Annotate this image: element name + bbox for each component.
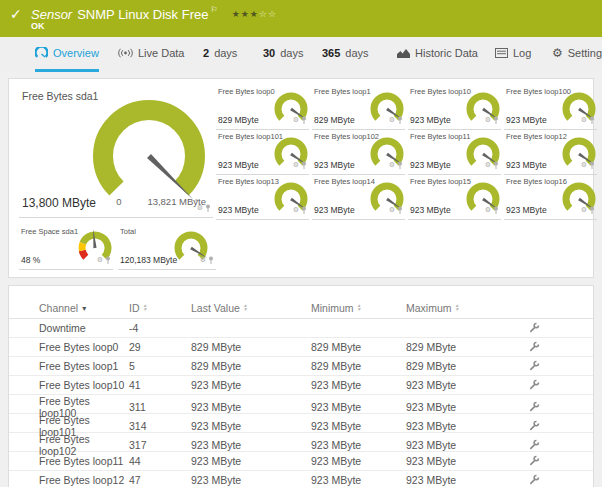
gauge-tile-icons: ⚙ [581, 200, 595, 218]
tab-30-days-number: 30 [263, 47, 275, 59]
cell-maximum: 923 MByte [406, 379, 521, 391]
cell-channel[interactable]: Free Bytes loop102 [39, 433, 129, 457]
pin-icon[interactable] [205, 198, 211, 216]
pin-icon[interactable] [301, 200, 307, 218]
gauge-settings-icon[interactable]: ⚙ [97, 256, 103, 263]
channel-settings-wrench-icon[interactable] [529, 420, 540, 433]
cell-id: -4 [129, 322, 191, 334]
pin-icon[interactable] [105, 250, 111, 268]
gauge-loop-label: Free Bytes loop16 [506, 177, 567, 186]
gauge-icon [35, 47, 48, 59]
gauge-settings-icon[interactable]: ⚙ [485, 116, 491, 123]
star-filled-icon[interactable]: ★ [232, 9, 241, 19]
cell-last-value: 923 MByte [191, 401, 311, 413]
column-header-channel[interactable]: Channel ▾ [39, 302, 129, 314]
gauge-free-space-label: Free Space sda1 [21, 227, 78, 236]
flag-icon[interactable]: ⚐ [210, 5, 217, 14]
tab-settings[interactable]: ⚙ Settings [552, 37, 602, 69]
column-header-id[interactable]: ID ▴▾ [129, 302, 191, 314]
column-header-minimum[interactable]: Minimum ▴▾ [311, 302, 406, 314]
pin-icon[interactable] [208, 250, 214, 268]
cell-channel[interactable]: Free Bytes loop0 [39, 341, 129, 353]
cell-id: 311 [129, 401, 191, 413]
cell-id: 41 [129, 379, 191, 391]
gauge-main-scale-min: 0 [109, 196, 129, 207]
star-filled-icon[interactable]: ★ [250, 9, 259, 19]
tab-2-days[interactable]: 2 days [203, 37, 237, 69]
column-header-minimum-label: Minimum [311, 302, 354, 314]
table-row: Free Bytes loop1144923 MByte923 MByte923… [9, 452, 593, 471]
cell-channel[interactable]: Free Bytes loop11 [39, 455, 129, 467]
sort-descending-icon: ▾ [82, 304, 86, 313]
tab-live-data[interactable]: Live Data [118, 37, 184, 69]
gauge-settings-icon[interactable]: ⚙ [389, 116, 395, 123]
channel-settings-wrench-icon[interactable] [529, 341, 540, 354]
channel-settings-wrench-icon[interactable] [529, 439, 540, 452]
gauge-loop-label: Free Bytes loop13 [218, 177, 279, 186]
cell-id: 314 [129, 420, 191, 432]
pin-icon[interactable] [493, 110, 499, 128]
tab-log[interactable]: Log [495, 37, 531, 69]
column-header-last-value[interactable]: Last Value ▴▾ [191, 302, 311, 314]
cell-channel[interactable]: Free Bytes loop10 [39, 379, 129, 391]
pin-icon[interactable] [301, 110, 307, 128]
gauge-loop-value: 923 MByte [506, 115, 547, 125]
pin-icon[interactable] [493, 200, 499, 218]
gauge-settings-icon[interactable]: ⚙ [389, 206, 395, 213]
gauge-tile-loop: Free Bytes loop16923 MByte⚙ [504, 174, 597, 220]
gauge-tile-total: Total 120,183 MByte ⚙ [118, 223, 216, 270]
star-empty-icon[interactable]: ☆ [268, 9, 277, 19]
tab-30-days[interactable]: 30 days [263, 37, 304, 69]
gauge-loop-label: Free Bytes loop10 [410, 87, 471, 96]
cell-minimum: 923 MByte [311, 455, 406, 467]
gauge-settings-icon[interactable]: ⚙ [581, 206, 587, 213]
gauge-settings-icon[interactable]: ⚙ [293, 206, 299, 213]
channel-settings-wrench-icon[interactable] [529, 401, 540, 414]
cell-channel[interactable]: Free Bytes loop1 [39, 360, 129, 372]
cell-maximum: 923 MByte [406, 439, 521, 451]
gauge-settings-icon[interactable]: ⚙ [293, 116, 299, 123]
column-header-maximum[interactable]: Maximum ▴▾ [406, 302, 521, 314]
gauge-free-space-value: 48 % [21, 255, 40, 265]
channel-settings-wrench-icon[interactable] [529, 379, 540, 392]
pin-icon[interactable] [397, 155, 403, 173]
gauge-loop-label: Free Bytes loop0 [218, 87, 275, 96]
pin-icon[interactable] [589, 155, 595, 173]
tab-historic-data[interactable]: Historic Data [397, 37, 478, 69]
pin-icon[interactable] [589, 110, 595, 128]
cell-id: 317 [129, 439, 191, 451]
gauge-loop-label: Free Bytes loop11 [410, 132, 470, 141]
gauge-tile-icons: ⚙ [293, 155, 307, 173]
pin-icon[interactable] [589, 200, 595, 218]
gauge-settings-icon[interactable]: ⚙ [389, 161, 395, 168]
column-header-maximum-label: Maximum [406, 302, 452, 314]
gauge-settings-icon[interactable]: ⚙ [581, 161, 587, 168]
priority-stars[interactable]: ★★★☆☆ [232, 9, 277, 19]
cell-channel[interactable]: Free Bytes loop12 [39, 474, 129, 486]
table-row: Free Bytes loop100311923 MByte923 MByte9… [9, 395, 593, 414]
tab-overview[interactable]: Overview [35, 37, 99, 72]
channel-settings-wrench-icon[interactable] [529, 474, 540, 487]
tab-365-days[interactable]: 365 days [322, 37, 369, 69]
gauge-tile-icons: ⚙ [389, 155, 403, 173]
gauge-settings-icon[interactable]: ⚙ [485, 206, 491, 213]
gauge-tile-loop: Free Bytes loop13923 MByte⚙ [216, 174, 309, 220]
gauge-settings-icon[interactable]: ⚙ [581, 116, 587, 123]
channel-settings-wrench-icon[interactable] [529, 455, 540, 468]
pin-icon[interactable] [301, 155, 307, 173]
table-row: Free Bytes loop1041923 MByte923 MByte923… [9, 376, 593, 395]
pin-icon[interactable] [397, 200, 403, 218]
gauge-tile-icons: ⚙ [389, 200, 403, 218]
star-filled-icon[interactable]: ★ [241, 9, 250, 19]
pin-icon[interactable] [397, 110, 403, 128]
pin-icon[interactable] [493, 155, 499, 173]
channel-settings-wrench-icon[interactable] [529, 322, 540, 335]
tab-30-days-label: days [280, 47, 303, 59]
channel-settings-wrench-icon[interactable] [529, 360, 540, 373]
gauge-settings-icon[interactable]: ⚙ [197, 204, 203, 211]
gauge-settings-icon[interactable]: ⚙ [485, 161, 491, 168]
cell-channel[interactable]: Downtime [39, 322, 129, 334]
gauge-settings-icon[interactable]: ⚙ [293, 161, 299, 168]
gauge-settings-icon[interactable]: ⚙ [200, 256, 206, 263]
star-empty-icon[interactable]: ☆ [259, 9, 268, 19]
